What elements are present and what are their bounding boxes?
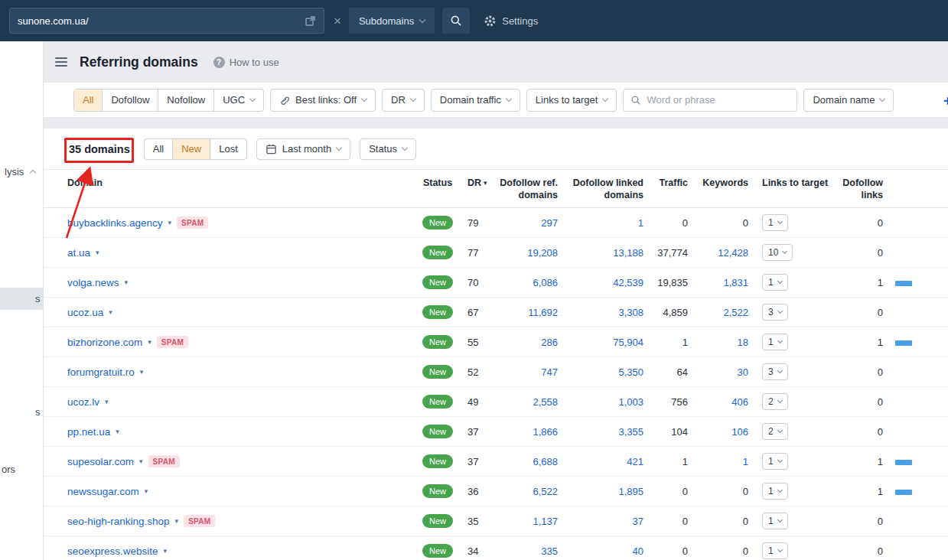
dofollow-linked-value[interactable]: 40: [558, 545, 643, 557]
links-to-target-select[interactable]: 1: [762, 483, 788, 500]
domain-name-dropdown[interactable]: Domain name: [803, 89, 894, 112]
dofollow-ref-value[interactable]: 6,086: [492, 277, 558, 288]
domain-caret-icon[interactable]: ▾: [105, 398, 109, 405]
links-to-target-select[interactable]: 2: [762, 423, 788, 440]
filter-tab-all[interactable]: All: [74, 90, 102, 111]
dofollow-ref-value[interactable]: 6,688: [492, 456, 558, 467]
sidebar-section-analysis[interactable]: lysis: [0, 164, 44, 179]
settings-button[interactable]: Settings: [484, 15, 538, 28]
links-to-target-select[interactable]: 1: [762, 214, 788, 231]
filter-tab-ugc[interactable]: UGC: [213, 90, 263, 111]
menu-icon[interactable]: [55, 57, 67, 67]
domain-traffic-filter[interactable]: Domain traffic: [431, 89, 520, 112]
segment-all[interactable]: All: [145, 139, 172, 159]
links-to-target-select[interactable]: 3: [762, 304, 788, 321]
links-to-target-filter[interactable]: Links to target: [526, 89, 617, 112]
domain-caret-icon[interactable]: ▾: [140, 368, 144, 376]
domain-caret-icon[interactable]: ▾: [168, 219, 172, 226]
best-links-filter[interactable]: Best links: Off: [270, 89, 376, 112]
how-to-use-link[interactable]: ? How to use: [213, 57, 279, 68]
domain-link[interactable]: volga.news: [67, 277, 119, 288]
dofollow-linked-value[interactable]: 1,895: [558, 486, 643, 497]
domain-link[interactable]: seoexpress.website: [67, 545, 158, 557]
target-url-field[interactable]: [9, 8, 324, 34]
col-dr[interactable]: DR▾: [464, 177, 492, 189]
dofollow-linked-value[interactable]: 13,188: [558, 247, 643, 259]
dofollow-linked-value[interactable]: 37: [558, 516, 643, 527]
search-button[interactable]: [442, 8, 470, 34]
segment-lost[interactable]: Lost: [210, 139, 246, 159]
links-to-target-select[interactable]: 1: [762, 542, 788, 559]
domain-caret-icon[interactable]: ▾: [109, 308, 112, 316]
dofollow-linked-value[interactable]: 1,003: [558, 396, 643, 408]
target-url-input[interactable]: [18, 15, 305, 27]
table-row: volga.news ▾ New 70 6,086 42,539 19,835 …: [44, 268, 948, 298]
keywords-value[interactable]: 1,831: [688, 277, 748, 288]
keywords-value[interactable]: 1: [688, 456, 748, 467]
domain-link[interactable]: newssugar.com: [67, 486, 139, 497]
links-to-target-select[interactable]: 1: [762, 453, 788, 470]
dofollow-linked-value[interactable]: 421: [558, 456, 643, 467]
domain-caret-icon[interactable]: ▾: [175, 517, 179, 525]
domain-caret-icon[interactable]: ▾: [125, 278, 129, 286]
add-filter-button[interactable]: +: [943, 92, 948, 110]
dofollow-linked-value[interactable]: 3,355: [558, 426, 643, 438]
links-to-target-select[interactable]: 2: [762, 393, 788, 410]
domain-link[interactable]: seo-high-ranking.shop: [67, 516, 170, 527]
keywords-value[interactable]: 30: [688, 366, 748, 378]
word-search-field[interactable]: [623, 89, 797, 112]
word-search-input[interactable]: [647, 94, 790, 106]
domain-caret-icon[interactable]: ▾: [164, 547, 168, 555]
dofollow-ref-value[interactable]: 1,137: [492, 516, 558, 527]
keywords-value[interactable]: 406: [688, 396, 748, 408]
domain-link[interactable]: supesolar.com: [67, 456, 134, 467]
dofollow-ref-value[interactable]: 6,522: [492, 486, 558, 497]
domain-caret-icon[interactable]: ▾: [116, 428, 119, 435]
dofollow-linked-value[interactable]: 3,308: [558, 307, 643, 318]
domain-link[interactable]: ucoz.ua: [67, 307, 103, 318]
links-to-target-select[interactable]: 1: [762, 513, 788, 529]
sidebar-item-anchors[interactable]: ors: [0, 461, 44, 477]
links-to-target-select[interactable]: 3: [762, 363, 788, 380]
segment-new[interactable]: New: [172, 139, 210, 159]
dofollow-ref-value[interactable]: 19,208: [492, 247, 558, 259]
links-to-target-select[interactable]: 1: [762, 274, 788, 291]
domain-link[interactable]: bizhorizone.com: [67, 337, 142, 348]
status-dropdown[interactable]: Status: [360, 138, 416, 160]
domain-caret-icon[interactable]: ▾: [148, 338, 151, 346]
domain-caret-icon[interactable]: ▾: [96, 249, 99, 256]
domain-caret-icon[interactable]: ▾: [145, 487, 148, 495]
filter-tab-nofollow[interactable]: Nofollow: [158, 90, 213, 111]
keywords-value[interactable]: 18: [688, 337, 748, 348]
close-icon[interactable]: ×: [334, 15, 341, 28]
dr-filter[interactable]: DR: [382, 89, 425, 112]
dofollow-ref-value[interactable]: 2,558: [492, 396, 558, 408]
filter-tab-dofollow[interactable]: Dofollow: [102, 90, 158, 111]
dofollow-linked-value[interactable]: 42,539: [558, 277, 643, 288]
domain-link[interactable]: forumgratuit.ro: [67, 366, 135, 378]
external-link-icon[interactable]: [305, 15, 316, 27]
keywords-value[interactable]: 2,522: [688, 307, 748, 318]
links-to-target-select[interactable]: 1: [762, 334, 788, 350]
sidebar-item-referring-domains[interactable]: s: [0, 288, 44, 310]
domain-link[interactable]: buybacklinks.agency: [67, 217, 163, 229]
domain-link[interactable]: at.ua: [67, 247, 90, 259]
dofollow-ref-value[interactable]: 335: [492, 545, 558, 557]
dofollow-linked-value[interactable]: 1: [558, 217, 643, 229]
dofollow-ref-value[interactable]: 1,866: [492, 426, 558, 438]
keywords-value[interactable]: 12,428: [688, 247, 748, 259]
dofollow-linked-value[interactable]: 75,904: [558, 337, 643, 348]
domain-link[interactable]: ucoz.lv: [67, 396, 99, 408]
dofollow-linked-value[interactable]: 5,350: [558, 366, 643, 378]
dofollow-ref-value[interactable]: 747: [492, 366, 558, 378]
keywords-value[interactable]: 106: [688, 426, 748, 438]
domain-link[interactable]: pp.net.ua: [67, 426, 110, 438]
links-to-target-select[interactable]: 10: [762, 244, 793, 261]
sidebar-item[interactable]: s: [0, 404, 44, 419]
period-dropdown[interactable]: Last month: [256, 138, 350, 160]
dofollow-ref-value[interactable]: 286: [492, 337, 558, 348]
subdomains-dropdown[interactable]: Subdomains: [349, 8, 435, 34]
dofollow-ref-value[interactable]: 11,692: [492, 307, 558, 318]
domain-caret-icon[interactable]: ▾: [139, 457, 143, 465]
dofollow-ref-value[interactable]: 297: [492, 217, 558, 229]
